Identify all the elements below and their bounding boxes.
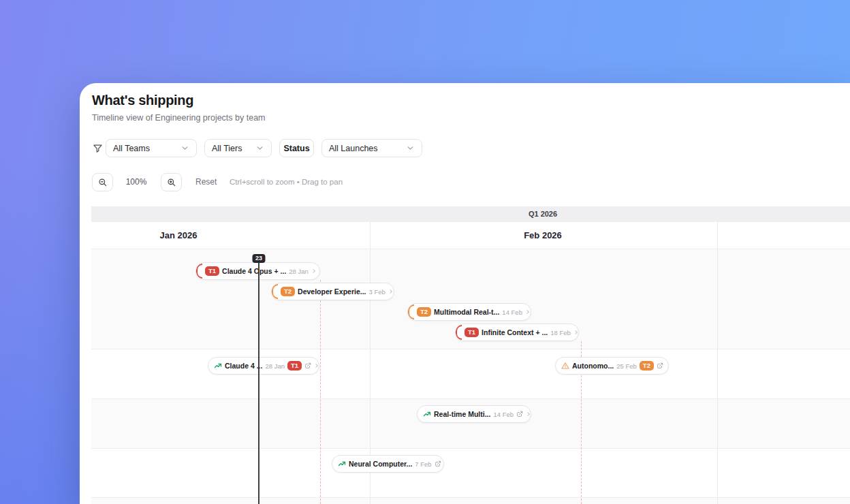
launch-pill[interactable]: Autonomo... 25 Feb T2: [555, 357, 669, 375]
launch-date-marker-line: [320, 280, 321, 504]
launch-date: 28 Jan: [265, 362, 285, 370]
launch-date: 7 Feb: [415, 460, 431, 468]
whats-shipping-panel: What's shipping Timeline view of Enginee…: [80, 83, 850, 504]
project-bar-accent: [272, 284, 278, 299]
external-link-icon[interactable]: [304, 362, 311, 369]
timeline-canvas[interactable]: Q1 2026 Jan 2026Feb 2026: [80, 83, 850, 504]
today-date-badge: 23: [252, 254, 265, 263]
project-bar[interactable]: T2 Developer Experie... 3 Feb: [271, 283, 394, 300]
quarter-header-band: [91, 206, 850, 222]
today-line: [258, 259, 259, 504]
horizontal-gridline: [91, 349, 850, 349]
tier-badge: T1: [465, 328, 479, 338]
project-bar-accent: [408, 304, 414, 319]
horizontal-gridline: [91, 249, 850, 249]
horizontal-gridline: [91, 448, 850, 449]
trending-up-icon: [423, 410, 431, 418]
row-stripe: [91, 497, 850, 504]
launch-pill[interactable]: Claude 4 ... 28 Jan T1: [208, 357, 319, 375]
tier-badge: T2: [640, 361, 654, 371]
trending-up-icon: [338, 460, 346, 468]
launch-title: Claude 4 ...: [225, 362, 262, 370]
project-date: 3 Feb: [368, 288, 385, 296]
project-title: Claude 4 Opus + ...: [222, 267, 286, 275]
launch-title: Autonomo...: [572, 362, 614, 370]
desktop-background: What's shipping Timeline view of Enginee…: [0, 0, 850, 504]
month-gridline: [717, 222, 718, 504]
launch-pill[interactable]: Real-time Multi... 14 Feb: [417, 405, 531, 423]
project-bar[interactable]: T2 Multimodal Real-t... 14 Feb: [407, 303, 531, 321]
launch-date: 14 Feb: [493, 411, 514, 418]
trending-up-icon: [214, 362, 222, 370]
chevron-right-icon[interactable]: [314, 363, 319, 368]
tier-badge: T1: [287, 361, 302, 371]
launch-date: 25 Feb: [616, 362, 637, 370]
project-bar-accent: [196, 264, 202, 279]
project-date: 14 Feb: [502, 309, 522, 316]
launch-title: Real-time Multi...: [434, 410, 490, 418]
project-title: Infinite Context + ...: [482, 328, 548, 336]
project-title: Developer Experie...: [298, 287, 366, 296]
project-date: 18 Feb: [550, 329, 571, 336]
chevron-right-icon[interactable]: [666, 363, 669, 368]
quarter-label: Q1 2026: [529, 206, 557, 222]
project-bar[interactable]: T1 Infinite Context + ... 18 Feb: [455, 324, 579, 341]
row-stripe: [91, 448, 850, 497]
chevron-right-icon[interactable]: [388, 289, 394, 294]
project-title: Multimodal Real-t...: [434, 308, 499, 316]
tier-badge: T2: [417, 307, 431, 317]
row-stripe: [91, 349, 850, 398]
launch-pill[interactable]: Neural Computer... 7 Feb: [332, 455, 444, 473]
chevron-right-icon[interactable]: [526, 411, 531, 417]
external-link-icon[interactable]: [435, 460, 441, 467]
external-link-icon[interactable]: [657, 362, 663, 369]
horizontal-gridline: [91, 497, 850, 498]
chevron-right-icon[interactable]: [525, 309, 531, 315]
warning-icon: [561, 362, 569, 370]
project-bar-accent: [456, 325, 462, 340]
chevron-right-icon[interactable]: [311, 268, 317, 274]
tier-badge: T2: [281, 287, 295, 297]
project-date: 28 Jan: [289, 268, 309, 275]
launch-title: Neural Computer...: [349, 460, 412, 468]
external-link-icon[interactable]: [516, 411, 523, 418]
chevron-right-icon[interactable]: [573, 330, 579, 335]
tier-badge: T1: [205, 266, 219, 277]
month-label: Feb 2026: [524, 222, 562, 249]
month-label: Jan 2026: [160, 222, 198, 249]
horizontal-gridline: [91, 398, 850, 399]
